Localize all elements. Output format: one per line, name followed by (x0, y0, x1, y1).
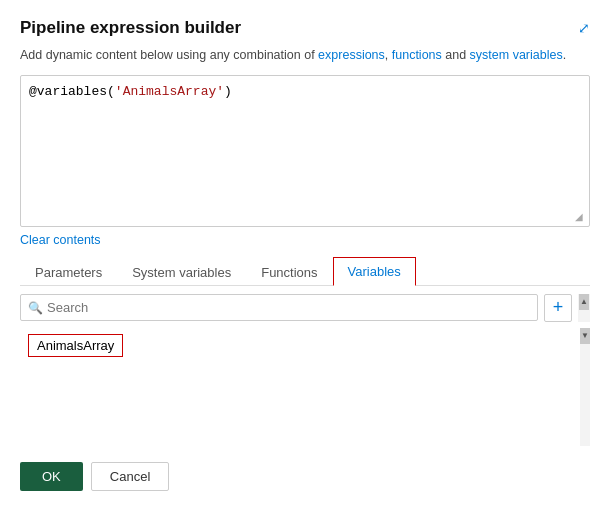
search-input[interactable] (20, 294, 538, 321)
code-string-value: 'AnimalsArray' (115, 84, 224, 99)
pipeline-expression-builder-dialog: Pipeline expression builder ⤢ Add dynami… (0, 0, 610, 507)
search-wrapper: 🔍 (20, 294, 538, 321)
list-item-animals-array[interactable]: AnimalsArray (28, 334, 123, 357)
functions-link[interactable]: functions (392, 48, 442, 62)
system-variables-link[interactable]: system variables (470, 48, 563, 62)
tabs-row: Parameters System variables Functions Va… (20, 257, 590, 286)
scrollbar-track: ▼ (580, 328, 590, 446)
code-suffix: ) (224, 84, 232, 99)
scroll-down-arrow[interactable]: ▼ (580, 328, 590, 344)
code-editor-area[interactable]: @variables('AnimalsArray') ◢ (20, 75, 590, 227)
search-add-row: 🔍 + ▲ (20, 294, 590, 322)
cancel-button[interactable]: Cancel (91, 462, 169, 491)
code-content[interactable]: @variables('AnimalsArray') (21, 76, 589, 226)
clear-contents-link[interactable]: Clear contents (20, 233, 590, 247)
tab-system-variables[interactable]: System variables (117, 258, 246, 286)
ok-button[interactable]: OK (20, 462, 83, 491)
expand-icon[interactable]: ⤢ (578, 20, 590, 36)
tab-functions[interactable]: Functions (246, 258, 332, 286)
scrollbar-top-arrow[interactable]: ▲ (578, 294, 590, 322)
dialog-title: Pipeline expression builder (20, 18, 241, 38)
tab-parameters[interactable]: Parameters (20, 258, 117, 286)
title-row: Pipeline expression builder ⤢ (20, 18, 590, 38)
tab-variables[interactable]: Variables (333, 257, 416, 286)
resize-handle[interactable]: ◢ (575, 212, 587, 224)
list-scroll-wrapper: AnimalsArray ▼ (20, 328, 590, 446)
scroll-up-arrow[interactable]: ▲ (579, 294, 589, 310)
expressions-link[interactable]: expressions (318, 48, 385, 62)
bottom-row: OK Cancel (20, 456, 590, 491)
list-area: AnimalsArray (20, 328, 580, 446)
subtitle: Add dynamic content below using any comb… (20, 46, 590, 65)
add-button[interactable]: + (544, 294, 572, 322)
code-prefix: @variables( (29, 84, 115, 99)
